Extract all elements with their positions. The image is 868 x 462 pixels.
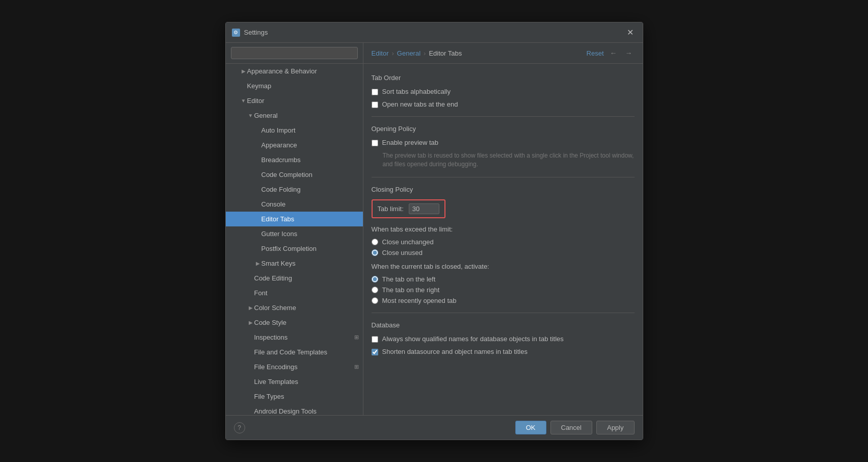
reset-link[interactable]: Reset xyxy=(587,49,604,57)
dialog-body: ▶ Appearance & Behavior Keymap ▼ Editor xyxy=(226,43,643,415)
sidebar-item-general[interactable]: ▼ General xyxy=(226,108,363,123)
sidebar-item-file-code-templates[interactable]: File and Code Templates xyxy=(226,345,363,360)
sidebar-item-appearance-behavior[interactable]: ▶ Appearance & Behavior xyxy=(226,64,363,79)
settings-dialog: ⚙ Settings ✕ ▶ Appearance & Behavior xyxy=(225,22,643,440)
qualified-names-label[interactable]: Always show qualified names for database… xyxy=(382,335,564,343)
sidebar-item-label: Postfix Completion xyxy=(261,245,317,252)
shorten-names-checkbox[interactable] xyxy=(372,349,378,355)
sidebar-item-appearance[interactable]: Appearance xyxy=(226,138,363,152)
activate-policy-group: The tab on the left The tab on the right… xyxy=(372,275,635,304)
sort-tabs-checkbox[interactable] xyxy=(372,89,378,95)
title-bar: ⚙ Settings ✕ xyxy=(226,22,643,43)
sidebar-item-label: Inspections xyxy=(254,333,288,341)
enable-preview-checkbox[interactable] xyxy=(372,140,378,146)
sidebar-item-breadcrumbs[interactable]: Breadcrumbs xyxy=(226,152,363,167)
sidebar-item-code-completion[interactable]: Code Completion xyxy=(226,167,363,182)
sidebar-item-code-editing[interactable]: Code Editing xyxy=(226,271,363,286)
breadcrumb: Editor › General › Editor Tabs xyxy=(372,49,462,57)
sidebar: ▶ Appearance & Behavior Keymap ▼ Editor xyxy=(226,43,363,415)
tab-right-label[interactable]: The tab on the right xyxy=(382,286,440,294)
dialog-footer: ? OK Cancel Apply xyxy=(226,415,643,440)
tab-limit-label: Tab limit: xyxy=(378,205,404,213)
sidebar-item-file-types[interactable]: File Types xyxy=(226,389,363,404)
apply-button[interactable]: Apply xyxy=(596,421,635,434)
divider-3 xyxy=(372,313,635,313)
when-current-closed-label: When the current tab is closed, activate… xyxy=(372,263,635,270)
breadcrumb-sep-1: › xyxy=(391,49,393,57)
cancel-button[interactable]: Cancel xyxy=(550,421,592,434)
toggle-icon xyxy=(254,127,261,134)
sidebar-item-label: Code Style xyxy=(254,319,287,326)
open-new-tabs-row: Open new tabs at the end xyxy=(372,100,635,108)
recently-opened-label[interactable]: Most recently opened tab xyxy=(382,297,457,304)
tab-left-radio[interactable] xyxy=(372,276,378,283)
sidebar-item-label: Live Templates xyxy=(254,378,298,386)
sidebar-item-inspections[interactable]: Inspections ⊞ xyxy=(226,330,363,345)
close-unchanged-label[interactable]: Close unchanged xyxy=(382,238,434,246)
sidebar-item-editor-tabs[interactable]: Editor Tabs xyxy=(226,212,363,226)
toggle-icon xyxy=(247,334,254,341)
tab-limit-input[interactable] xyxy=(409,203,439,214)
nav-back-button[interactable]: ← xyxy=(608,48,619,58)
ok-button[interactable]: OK xyxy=(515,421,546,434)
close-unused-radio[interactable] xyxy=(372,249,378,256)
sidebar-item-label: File and Code Templates xyxy=(254,348,328,356)
toggle-icon xyxy=(247,378,254,386)
toggle-icon: ▶ xyxy=(247,304,254,312)
toggle-icon: ▼ xyxy=(240,97,247,105)
header-actions: Reset ← → xyxy=(587,48,635,58)
sidebar-item-gutter-icons[interactable]: Gutter Icons xyxy=(226,226,363,241)
sidebar-item-live-templates[interactable]: Live Templates xyxy=(226,374,363,389)
qualified-names-checkbox[interactable] xyxy=(372,336,378,343)
database-label: Database xyxy=(372,321,635,329)
sidebar-item-font[interactable]: Font xyxy=(226,286,363,300)
sidebar-item-color-scheme[interactable]: ▶ Color Scheme xyxy=(226,300,363,315)
toggle-icon xyxy=(254,157,261,164)
shorten-names-label[interactable]: Shorten datasource and object names in t… xyxy=(382,348,528,355)
breadcrumb-general[interactable]: General xyxy=(397,49,420,57)
sidebar-item-file-encodings[interactable]: File Encodings ⊞ xyxy=(226,360,363,374)
sidebar-item-label: Android Design Tools xyxy=(254,407,317,415)
close-unchanged-radio[interactable] xyxy=(372,239,378,245)
nav-forward-button[interactable]: → xyxy=(623,48,635,58)
toggle-icon xyxy=(254,230,261,238)
sidebar-item-keymap[interactable]: Keymap xyxy=(226,79,363,93)
breadcrumb-editor[interactable]: Editor xyxy=(372,49,389,57)
sidebar-item-auto-import[interactable]: Auto Import xyxy=(226,123,363,138)
tab-right-radio[interactable] xyxy=(372,287,378,293)
sort-tabs-row: Sort tabs alphabetically xyxy=(372,88,635,95)
sidebar-item-label: File Types xyxy=(254,393,284,400)
sidebar-item-postfix-completion[interactable]: Postfix Completion xyxy=(226,241,363,256)
search-box xyxy=(226,43,363,64)
close-button[interactable]: ✕ xyxy=(624,27,637,38)
toggle-icon xyxy=(254,171,261,178)
help-button[interactable]: ? xyxy=(234,422,245,433)
tab-left-row: The tab on the left xyxy=(372,275,635,283)
enable-preview-label[interactable]: Enable preview tab xyxy=(382,139,439,146)
sidebar-item-editor[interactable]: ▼ Editor xyxy=(226,93,363,108)
sidebar-item-smart-keys[interactable]: ▶ Smart Keys xyxy=(226,256,363,271)
open-new-tabs-label[interactable]: Open new tabs at the end xyxy=(382,100,458,108)
toggle-icon: ▶ xyxy=(247,319,254,326)
sidebar-item-android-design-tools[interactable]: Android Design Tools xyxy=(226,404,363,415)
sidebar-item-code-style[interactable]: ▶ Code Style xyxy=(226,315,363,330)
toggle-icon xyxy=(254,186,261,193)
sort-tabs-label[interactable]: Sort tabs alphabetically xyxy=(382,88,451,95)
close-unused-label[interactable]: Close unused xyxy=(382,249,423,256)
badge-icon: ⊞ xyxy=(354,334,359,341)
sidebar-item-label: Editor xyxy=(247,97,265,105)
toggle-icon xyxy=(247,349,254,356)
tab-limit-row: Tab limit: xyxy=(372,199,445,218)
sidebar-item-code-folding[interactable]: Code Folding xyxy=(226,182,363,197)
recently-opened-radio[interactable] xyxy=(372,297,378,304)
sidebar-item-label: File Encodings xyxy=(254,363,298,371)
search-input[interactable] xyxy=(231,47,358,59)
toggle-icon xyxy=(247,275,254,282)
sidebar-item-console[interactable]: Console xyxy=(226,197,363,212)
main-content: Editor › General › Editor Tabs Reset ← → xyxy=(363,43,643,415)
divider-1 xyxy=(372,116,635,117)
tab-left-label[interactable]: The tab on the left xyxy=(382,275,436,283)
sidebar-item-label: Appearance xyxy=(261,141,297,149)
title-left: ⚙ Settings xyxy=(232,29,268,37)
open-new-tabs-checkbox[interactable] xyxy=(372,101,378,108)
